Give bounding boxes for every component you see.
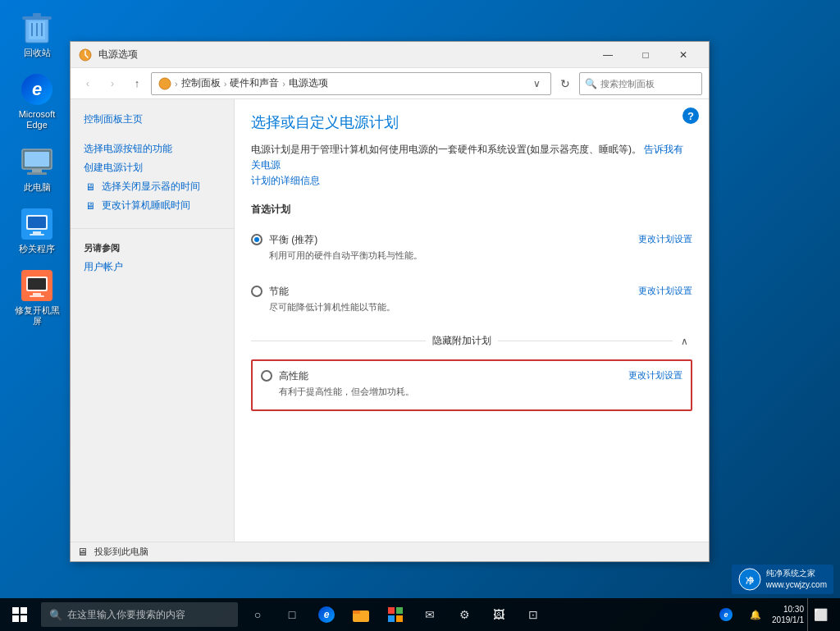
plan-radio-highperf[interactable] [261, 370, 272, 382]
plan-item-powersaver: 节能 尽可能降低计算机性能以节能。 更改计划设置 [251, 281, 692, 320]
clock-date: 2019/1/1 [772, 615, 804, 625]
hidden-plans-line-left [251, 341, 426, 341]
sidebar-link-sleep-time[interactable]: 🖥 更改计算机睡眠时间 [71, 196, 234, 215]
plan-group-powersaver: 节能 尽可能降低计算机性能以节能。 更改计划设置 [251, 281, 692, 320]
sidebar-link-user-accounts[interactable]: 用户帐户 [71, 258, 234, 277]
start-button[interactable] [0, 598, 39, 631]
sidebar-link-create-plan[interactable]: 创建电源计划 [71, 158, 234, 177]
plan-name-powersaver: 节能 [269, 285, 289, 299]
page-description-text: 电源计划是用于管理计算机如何使用电源的一套硬件和系统设置(如显示器亮度、睡眠等)… [251, 144, 641, 155]
path-power: 电源选项 [289, 76, 328, 90]
svg-rect-13 [28, 217, 46, 228]
sidebar-section: 选择电源按钮的功能 创建电源计划 🖥 选择关闭显示器的时间 🖥 更改计算机睡眠时… [71, 136, 234, 218]
control-panel-window: 电源选项 — □ ✕ ‹ › ↑ › 控制面板 › 硬件和声音 › 电源选项 [70, 41, 710, 562]
minimize-button[interactable]: — [589, 42, 627, 68]
statusbar-text: 投影到此电脑 [94, 546, 148, 558]
sidebar-link-display-time[interactable]: 🖥 选择关闭显示器的时间 [71, 177, 234, 196]
up-button[interactable]: ↑ [126, 73, 148, 94]
hidden-plans-header: 隐藏附加计划 ∧ [251, 333, 692, 350]
desktop-icon-shutdown[interactable]: 秒关程序 [8, 204, 66, 258]
taskbar-btn-connect[interactable]: ⊡ [517, 598, 550, 631]
plan-desc-balanced: 利用可用的硬件自动平衡功耗与性能。 [269, 249, 422, 262]
plan-group-highperf-highlighted: 高性能 有利于提高性能，但会增加功耗。 更改计划设置 [251, 359, 692, 411]
plan-radio-row-powersaver: 节能 [251, 285, 395, 299]
plan-change-powersaver[interactable]: 更改计划设置 [638, 285, 692, 297]
svg-rect-2 [22, 16, 52, 20]
refresh-button[interactable]: ↻ [555, 73, 576, 94]
taskbar-btn-store[interactable] [379, 598, 412, 631]
taskbar-btn-explorer[interactable] [345, 598, 377, 631]
sidebar-main-link[interactable]: 控制面板主页 [71, 109, 234, 130]
plan-desc-highperf: 有利于提高性能，但会增加功耗。 [279, 386, 414, 398]
taskbar-btn-task[interactable]: □ [276, 598, 308, 631]
svg-rect-19 [33, 293, 41, 295]
taskbar-btn-search[interactable]: ○ [241, 598, 274, 631]
svg-rect-8 [25, 152, 49, 167]
taskbar-btn-photos[interactable]: 🖼 [482, 598, 515, 631]
window-icon [77, 47, 94, 63]
sidebar-link-create-plan-text: 创建电源计划 [84, 161, 143, 175]
plan-desc-powersaver: 尽可能降低计算机性能以节能。 [269, 301, 395, 313]
show-desktop[interactable]: ⬜ [807, 598, 833, 631]
back-button[interactable]: ‹ [77, 73, 98, 94]
svg-rect-9 [32, 169, 42, 172]
maximize-button[interactable]: □ [627, 42, 664, 68]
path-separator-2: › [224, 79, 227, 89]
watermark-logo: 净 [738, 568, 761, 591]
statusbar-icon: 🖥 [77, 546, 88, 558]
help-icon[interactable]: ? [682, 107, 699, 124]
taskbar-search[interactable]: 🔍 在这里输入你要搜索的内容 [41, 602, 238, 627]
svg-rect-28 [396, 607, 403, 614]
desktop-icon-this-pc-label: 此电脑 [24, 182, 51, 193]
tray-notifications[interactable]: 🔔 [742, 598, 769, 631]
desktop-icon-repair[interactable]: 修复开机黑屏 [8, 266, 66, 330]
plan-radio-powersaver[interactable] [251, 286, 262, 297]
page-description: 电源计划是用于管理计算机如何使用电源的一套硬件和系统设置(如显示器亮度、睡眠等)… [251, 142, 692, 190]
search-box[interactable]: 🔍 [579, 72, 702, 95]
hidden-plans-chevron[interactable]: ∧ [676, 333, 692, 350]
desktop-icon-this-pc[interactable]: 此电脑 [8, 143, 66, 196]
forward-button[interactable]: › [102, 73, 123, 94]
plan-change-highperf[interactable]: 更改计划设置 [628, 369, 682, 382]
desktop-icon-repair-label: 修复开机黑屏 [11, 305, 62, 327]
window-controls: — □ ✕ [589, 42, 702, 68]
search-icon: 🔍 [585, 78, 597, 89]
preferred-section-label: 首选计划 [251, 203, 692, 220]
desktop-icon-recycle-bin-label: 回收站 [24, 48, 51, 58]
page-title: 选择或自定义电源计划 [251, 112, 692, 132]
svg-rect-3 [33, 13, 41, 16]
watermark-line1: 纯净系统之家 [766, 568, 827, 579]
main-content: ? 选择或自定义电源计划 电源计划是用于管理计算机如何使用电源的一套硬件和系统设… [235, 99, 709, 542]
hidden-plans-line-right [498, 341, 673, 341]
svg-rect-10 [27, 172, 47, 175]
status-bar: 🖥 投影到此电脑 [71, 542, 709, 561]
taskbar-btn-mail[interactable]: ✉ [413, 598, 446, 631]
path-separator-3: › [282, 79, 285, 89]
desktop-icon-recycle-bin[interactable]: 回收站 [8, 8, 66, 62]
plan-left-balanced: 平衡 (推荐) 利用可用的硬件自动平衡功耗与性能。 [251, 233, 422, 262]
taskbar-btn-edge[interactable]: e [310, 598, 343, 631]
search-input[interactable] [600, 79, 696, 89]
sidebar-link-power-btn[interactable]: 选择电源按钮的功能 [71, 139, 234, 158]
window-body: 控制面板主页 选择电源按钮的功能 创建电源计划 🖥 选择关闭显示器的时间 🖥 [71, 99, 709, 542]
sidebar-divider [71, 228, 234, 229]
desktop-icon-edge[interactable]: e MicrosoftEdge [8, 70, 66, 134]
path-controlpanel: 控制面板 [181, 76, 221, 90]
taskbar-search-text: 在这里输入你要搜索的内容 [67, 608, 185, 622]
svg-rect-27 [388, 607, 395, 614]
plan-radio-row-balanced: 平衡 (推荐) [251, 233, 422, 247]
sidebar-link-user-accounts-text: 用户帐户 [84, 260, 123, 274]
sidebar-see-also-label: 另请参阅 [71, 239, 234, 258]
taskbar: 🔍 在这里输入你要搜索的内容 ○ □ e [0, 598, 840, 631]
plan-change-balanced[interactable]: 更改计划设置 [638, 233, 692, 245]
desktop: 回收站 e MicrosoftEdge 此电脑 [0, 0, 840, 631]
svg-rect-30 [396, 615, 403, 622]
address-path[interactable]: › 控制面板 › 硬件和声音 › 电源选项 ∨ [151, 72, 551, 95]
close-button[interactable]: ✕ [664, 42, 702, 68]
taskbar-btn-settings[interactable]: ⚙ [448, 598, 481, 631]
svg-rect-20 [30, 295, 44, 297]
tray-edge[interactable]: e [713, 598, 739, 631]
plan-radio-balanced[interactable] [251, 234, 262, 245]
path-dropdown[interactable]: ∨ [529, 76, 544, 91]
taskbar-search-icon: 🔍 [49, 609, 62, 621]
